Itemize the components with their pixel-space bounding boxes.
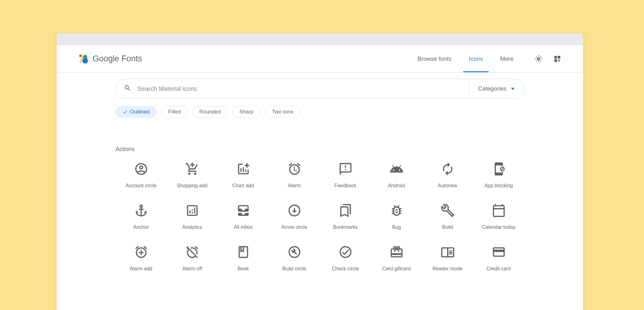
chip-sharp[interactable]: Sharp: [232, 106, 260, 118]
chrome-reader-mode-icon: [441, 245, 455, 259]
nav-more[interactable]: More: [492, 45, 522, 72]
window-titlebar: [57, 33, 583, 45]
icon-account-circle[interactable]: Account circle: [115, 162, 167, 188]
icon-app-blocking[interactable]: App blocking: [473, 162, 524, 188]
chip-label: Two tone: [272, 109, 293, 115]
header: Google Fonts Browse fonts Icons More: [57, 45, 583, 73]
icon-arrow-circle[interactable]: Arrow circle: [269, 203, 320, 230]
categories-dropdown[interactable]: Categories: [469, 79, 524, 98]
autorenew-icon: [441, 162, 455, 176]
search-main[interactable]: [116, 79, 468, 98]
icon-label: Android: [388, 183, 405, 188]
app-window: Google Fonts Browse fonts Icons More: [57, 33, 583, 310]
icon-label: Feedback: [334, 183, 356, 188]
icon-label: Alarm add: [130, 266, 152, 272]
icon-build[interactable]: Build: [422, 203, 473, 230]
chip-label: Outlined: [130, 109, 150, 115]
icon-label: Calendar today: [482, 224, 516, 230]
icon-label: Credit card: [486, 266, 511, 272]
brand-text: Google Fonts: [93, 54, 142, 64]
icon-all-inbox[interactable]: All inbox: [218, 203, 269, 230]
icon-label: Build circle: [282, 266, 306, 272]
icon-check-circle[interactable]: Check circle: [320, 245, 371, 272]
android-icon: [389, 162, 404, 176]
add-chart-icon: [236, 162, 250, 176]
icon-calendar-today[interactable]: Calendar today: [473, 203, 524, 230]
icon-label: Card giftcard: [382, 266, 411, 272]
analytics-icon: [185, 203, 199, 218]
icon-label: Analytics: [182, 224, 202, 230]
google-fonts-logo-icon: [78, 54, 88, 64]
alarm-add-icon: [134, 245, 148, 259]
icon-analytics[interactable]: Analytics: [167, 203, 218, 230]
nav-icons[interactable]: Icons: [460, 45, 491, 72]
chevron-down-icon: [511, 88, 515, 90]
check-icon: [123, 109, 128, 114]
icon-feedback[interactable]: Feedback: [320, 162, 371, 188]
icon-label: Alarm: [288, 183, 301, 188]
icon-shopping-add[interactable]: Shopping add: [167, 162, 218, 188]
dashboard-customize-icon[interactable]: [553, 55, 561, 63]
icon-build-circle[interactable]: Build circle: [269, 245, 320, 272]
icon-autonew[interactable]: Autonew: [422, 162, 473, 188]
icon-alarm[interactable]: Alarm: [269, 162, 320, 188]
icon-credit-card[interactable]: Credit card: [473, 245, 524, 272]
icon-chart-add[interactable]: Chart add: [218, 162, 269, 188]
icon-label: Bookmarks: [333, 224, 358, 230]
search-bar: Categories: [115, 79, 524, 99]
credit-card-icon: [492, 245, 506, 259]
svg-point-2: [82, 58, 88, 64]
calendar-today-icon: [492, 203, 506, 218]
app-blocking-icon: [492, 162, 506, 176]
content: Categories Outlined Filled Rounded Sharp…: [57, 73, 583, 272]
all-inbox-icon: [236, 203, 250, 218]
brand-word-1: Google: [93, 54, 119, 63]
icon-label: App blocking: [485, 183, 513, 188]
check-circle-icon: [338, 245, 353, 259]
icon-grid: Account circle Shopping add Chart add Al…: [115, 162, 524, 272]
icon-alarm-off[interactable]: Alarm off: [167, 245, 218, 272]
icon-alarm-add[interactable]: Alarm add: [115, 245, 167, 272]
chip-twotone[interactable]: Two tone: [265, 106, 300, 118]
icon-label: Build: [442, 224, 453, 230]
arrow-circle-down-icon: [287, 203, 302, 218]
nav-browse-fonts[interactable]: Browse fonts: [409, 45, 460, 72]
icon-card-giftcard[interactable]: Card giftcard: [371, 245, 422, 272]
chip-label: Rounded: [199, 109, 221, 115]
logo-block[interactable]: Google Fonts: [78, 54, 142, 64]
icon-label: All inbox: [234, 224, 252, 230]
style-chips: Outlined Filled Rounded Sharp Two tone: [115, 106, 524, 118]
nav: Browse fonts Icons More: [409, 45, 522, 72]
icon-bookmarks[interactable]: Bookmarks: [320, 203, 371, 230]
theme-toggle-icon[interactable]: [535, 55, 543, 63]
card-giftcard-icon: [389, 245, 404, 259]
icon-label: Autonew: [438, 183, 457, 188]
icon-label: Book: [237, 266, 249, 272]
icon-book[interactable]: Book: [218, 245, 269, 272]
alarm-icon: [287, 162, 302, 176]
icon-label: Alarm off: [182, 266, 202, 272]
icon-label: Chart add: [232, 183, 254, 188]
svg-point-0: [79, 55, 82, 57]
section-title: Actions: [115, 146, 524, 153]
chip-label: Filled: [168, 109, 181, 115]
icon-label: Arrow circle: [281, 224, 307, 230]
chip-rounded[interactable]: Rounded: [192, 106, 228, 118]
icon-label: Check circle: [332, 266, 359, 272]
chip-outlined[interactable]: Outlined: [115, 106, 157, 118]
feedback-icon: [338, 162, 353, 176]
icon-android[interactable]: Android: [371, 162, 422, 188]
icon-label: Account circle: [126, 183, 157, 188]
build-circle-icon: [287, 245, 302, 259]
icon-label: Bug: [392, 224, 401, 230]
build-icon: [441, 203, 455, 218]
add-shopping-cart-icon: [185, 162, 199, 176]
icon-bug[interactable]: Bug: [371, 203, 422, 230]
icon-anchor[interactable]: Anchor: [115, 203, 167, 230]
chip-filled[interactable]: Filled: [161, 106, 188, 118]
search-icon: [124, 84, 131, 93]
icon-reader-mode[interactable]: Reader mode: [422, 245, 473, 272]
bookmarks-icon: [338, 203, 353, 218]
anchor-icon: [134, 203, 148, 218]
search-input[interactable]: [137, 85, 460, 92]
